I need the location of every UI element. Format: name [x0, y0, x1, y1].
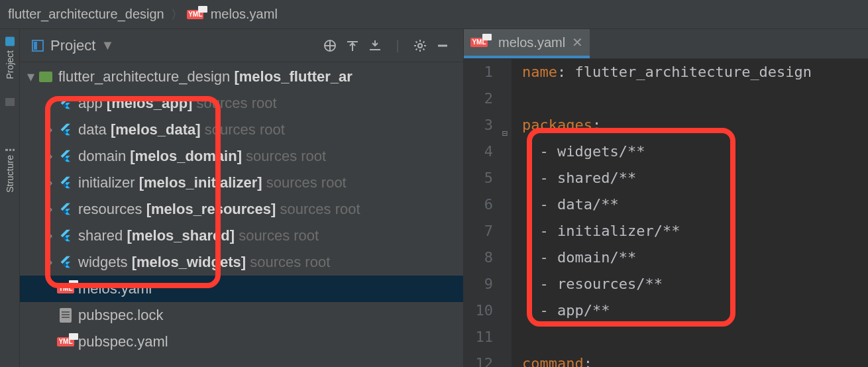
flutter-icon [57, 202, 74, 217]
line-number: 4 [464, 138, 493, 165]
project-panel: Project ▼ | ▾ [20, 29, 464, 367]
tree-module-shared[interactable]: › shared [melos_shared] sources root [20, 223, 463, 249]
project-tool-tab[interactable]: Project [3, 29, 17, 87]
tree-module-app[interactable]: › app [melos_app] sources root [20, 90, 463, 117]
svg-point-9 [418, 44, 422, 48]
tree-item-label: pubspec.lock [78, 307, 163, 324]
tree-module-resources[interactable]: › resources [melos_resources] sources ro… [20, 196, 463, 223]
line-number: 5 [464, 165, 493, 191]
chevron-down-icon[interactable]: ▼ [101, 38, 114, 53]
collapse-all-icon[interactable] [364, 34, 386, 57]
code-line[interactable] [522, 324, 812, 350]
tree-item-label: melos.yaml [78, 280, 152, 297]
code-area[interactable]: name: flutter_architecture_designpackage… [512, 59, 812, 367]
tree-module-domain[interactable]: › domain [melos_domain] sources root [20, 143, 463, 170]
gear-icon[interactable] [409, 34, 431, 57]
svg-rect-1 [34, 42, 37, 50]
chevron-right-icon[interactable]: › [44, 254, 57, 271]
line-number: 7 [464, 218, 493, 244]
tree-item-label: app [melos_app] sources root [78, 95, 277, 112]
code-line[interactable]: command: [522, 350, 812, 367]
code-line[interactable]: name: flutter_architecture_design [522, 59, 812, 85]
tool-window-bar: Project Structure [0, 29, 20, 367]
code-line[interactable]: - initializer/** [522, 218, 812, 244]
hide-icon[interactable] [431, 34, 454, 57]
chevron-right-icon[interactable]: › [44, 201, 57, 218]
breadcrumb-separator-icon: 〉 [167, 7, 187, 23]
code-line[interactable]: - app/** [522, 297, 812, 324]
line-number-gutter: 12⊟34567891011⊟12 [464, 59, 512, 367]
chevron-right-icon[interactable]: › [44, 227, 57, 244]
structure-tool-tab[interactable]: Structure [3, 134, 17, 201]
project-panel-header: Project ▼ | [20, 29, 463, 62]
yaml-icon: YML [187, 10, 204, 19]
editor-tab-melos-yaml[interactable]: YML melos.yaml ✕ [464, 29, 590, 58]
line-number: 6 [464, 191, 493, 218]
tree-file-pubspec-lock[interactable]: › pubspec.lock [20, 302, 463, 329]
tree-module-data[interactable]: › data [melos_data] sources root [20, 117, 463, 143]
folder-icon [37, 72, 54, 82]
structure-icon [5, 142, 15, 151]
project-icon [5, 37, 15, 46]
tree-item-label: initializer [melos_initializer] sources … [78, 174, 347, 191]
fold-icon[interactable]: ⊟ [502, 120, 508, 146]
tree-root-node[interactable]: ▾ flutter_architecture_design [melos_flu… [20, 64, 463, 90]
code-line[interactable]: - data/** [522, 191, 812, 218]
project-tree[interactable]: ▾ flutter_architecture_design [melos_flu… [20, 62, 463, 356]
project-view-icon [29, 40, 46, 52]
code-line[interactable]: - widgets/** [522, 138, 812, 165]
chevron-right-icon[interactable]: › [44, 95, 57, 112]
code-line[interactable]: - shared/** [522, 165, 812, 191]
yaml-icon: YML [57, 337, 74, 346]
tree-module-initializer[interactable]: › initializer [melos_initializer] source… [20, 170, 463, 196]
breadcrumb: flutter_architecture_design 〉 YML melos.… [0, 0, 868, 29]
code-editor[interactable]: 12⊟34567891011⊟12 name: flutter_architec… [464, 59, 868, 367]
tree-item-label: pubspec.yaml [78, 333, 168, 350]
fold-icon[interactable]: ⊟ [502, 358, 508, 367]
chevron-right-icon[interactable]: › [44, 148, 57, 165]
line-number: 12 [464, 350, 493, 367]
code-line[interactable]: - domain/** [522, 244, 812, 271]
tree-file-melos-yaml[interactable]: › YML melos.yaml [20, 276, 463, 302]
code-line[interactable] [522, 85, 812, 112]
expand-all-icon[interactable] [341, 34, 364, 57]
breadcrumb-file[interactable]: melos.yaml [208, 7, 280, 22]
editor-tab-label: melos.yaml [498, 35, 565, 50]
chevron-down-icon[interactable]: ▾ [24, 68, 37, 85]
line-number: 2 [464, 85, 493, 112]
yaml-icon: YML [470, 38, 488, 47]
line-number: 8 [464, 244, 493, 271]
tree-item-label: domain [melos_domain] sources root [78, 148, 326, 165]
flutter-icon [57, 176, 74, 190]
chevron-right-icon[interactable]: › [44, 121, 57, 138]
editor-tab-bar: YML melos.yaml ✕ [464, 29, 868, 59]
tree-file-pubspec-yaml[interactable]: › YML pubspec.yaml [20, 329, 463, 355]
editor-panel: YML melos.yaml ✕ 12⊟34567891011⊟12 name:… [464, 29, 868, 367]
files-tool-tab[interactable] [4, 90, 16, 114]
line-number: 11 [464, 324, 493, 350]
flutter-icon [57, 149, 74, 164]
flutter-icon [57, 123, 74, 137]
tree-item-label: resources [melos_resources] sources root [78, 201, 360, 218]
select-opened-file-icon[interactable] [319, 34, 341, 57]
file-icon [57, 308, 74, 323]
tree-item-label: shared [melos_shared] sources root [78, 227, 319, 244]
close-icon[interactable]: ✕ [572, 34, 583, 50]
line-number: 10 [464, 297, 493, 324]
flutter-icon [57, 255, 74, 270]
flutter-icon [57, 229, 74, 243]
tree-root-label: flutter_architecture_design [melos_flutt… [58, 68, 353, 85]
code-line[interactable]: packages: [522, 112, 812, 138]
flutter-icon [57, 96, 74, 111]
project-panel-title[interactable]: Project [50, 37, 95, 54]
project-tab-label: Project [5, 50, 15, 79]
line-number: 9 [464, 271, 493, 297]
breadcrumb-root[interactable]: flutter_architecture_design [5, 7, 167, 22]
tree-item-label: widgets [melos_widgets] sources root [78, 254, 330, 271]
code-line[interactable]: - resources/** [522, 271, 812, 297]
tree-item-label: data [melos_data] sources root [78, 121, 285, 138]
line-number: 1 [464, 59, 493, 85]
chevron-right-icon[interactable]: › [44, 174, 57, 191]
tree-module-widgets[interactable]: › widgets [melos_widgets] sources root [20, 249, 463, 276]
divider: | [386, 34, 409, 57]
